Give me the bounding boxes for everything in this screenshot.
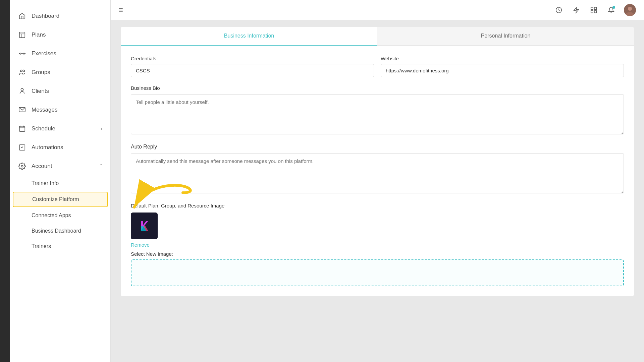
messages-icon	[18, 106, 26, 114]
header-icons	[554, 4, 636, 16]
groups-icon	[18, 68, 26, 76]
submenu-item-trainers[interactable]: Trainers	[10, 239, 110, 254]
sidebar-item-account[interactable]: Account ˅	[10, 157, 110, 176]
sidebar-item-plans-label: Plans	[32, 32, 46, 38]
schedule-icon	[18, 125, 26, 133]
automations-icon	[18, 143, 26, 152]
default-image-section: Default Plan, Group, and Resource Image	[131, 203, 624, 286]
sidebar: Dashboard Plans	[10, 0, 111, 362]
main-content: ≡	[111, 0, 644, 362]
sidebar-item-dashboard-label: Dashboard	[32, 13, 59, 19]
svg-rect-21	[591, 7, 593, 9]
svg-rect-24	[594, 10, 596, 12]
sidebar-item-exercises[interactable]: Exercises	[10, 44, 110, 63]
svg-point-26	[628, 7, 632, 11]
sidebar-item-dashboard[interactable]: Dashboard	[10, 7, 110, 25]
sidebar-item-plans[interactable]: Plans	[10, 25, 110, 44]
sidebar-item-exercises-label: Exercises	[32, 50, 56, 57]
svg-point-19	[21, 165, 23, 167]
plans-icon	[18, 31, 26, 39]
select-new-image-label: Select New Image:	[131, 251, 624, 257]
account-gear-icon	[18, 162, 26, 170]
website-label: Website	[381, 56, 624, 61]
exercises-icon	[18, 50, 26, 58]
sidebar-item-messages[interactable]: Messages	[10, 101, 110, 119]
submenu-item-connected-apps[interactable]: Connected Apps	[10, 208, 110, 223]
history-icon[interactable]	[554, 5, 564, 15]
account-chevron-icon: ˅	[100, 164, 102, 169]
sidebar-strip	[0, 0, 10, 362]
default-image-label: Default Plan, Group, and Resource Image	[131, 203, 624, 208]
home-icon	[18, 12, 26, 20]
notification-dot	[612, 6, 615, 9]
sidebar-item-automations-label: Automations	[32, 144, 63, 151]
credentials-input[interactable]	[131, 64, 374, 77]
auto-reply-label: Auto Reply	[131, 144, 624, 150]
svg-point-10	[20, 70, 22, 72]
notification-icon[interactable]	[606, 5, 616, 15]
auto-reply-textarea[interactable]	[131, 153, 624, 193]
sidebar-item-groups[interactable]: Groups	[10, 63, 110, 82]
remove-link[interactable]: Remove	[131, 242, 624, 248]
tabs: Business Information Personal Informatio…	[121, 27, 634, 46]
app-icon-svg	[134, 216, 154, 236]
image-preview	[131, 213, 158, 239]
submenu-item-customize-platform[interactable]: Customize Platform	[13, 192, 108, 207]
sidebar-item-messages-label: Messages	[32, 107, 57, 113]
sidebar-item-clients[interactable]: Clients	[10, 82, 110, 101]
avatar[interactable]	[624, 4, 636, 16]
tab-personal-information[interactable]: Personal Information	[377, 27, 634, 46]
submenu-item-trainer-info[interactable]: Trainer Info	[10, 176, 110, 191]
svg-point-4	[23, 53, 25, 54]
credentials-group: Credentials	[131, 56, 374, 77]
header-left: ≡	[119, 6, 547, 14]
header: ≡	[111, 0, 644, 20]
website-input[interactable]	[381, 64, 624, 77]
svg-point-3	[20, 53, 21, 54]
svg-rect-0	[19, 32, 25, 38]
auto-reply-section: Auto Reply	[131, 144, 624, 195]
svg-rect-14	[19, 126, 25, 132]
submenu-item-business-dashboard[interactable]: Business Dashboard	[10, 223, 110, 239]
grid-icon[interactable]	[589, 5, 598, 15]
menu-icon[interactable]: ≡	[119, 6, 123, 14]
svg-rect-23	[591, 10, 593, 12]
sidebar-item-account-label: Account	[32, 163, 52, 170]
svg-rect-22	[594, 7, 596, 9]
content-area: Business Information Personal Informatio…	[111, 20, 644, 362]
credentials-website-row: Credentials Website	[131, 56, 624, 77]
bio-section: Business Bio	[131, 85, 624, 136]
schedule-chevron-icon: ›	[101, 126, 102, 131]
sidebar-item-schedule[interactable]: Schedule ›	[10, 119, 110, 138]
credentials-label: Credentials	[131, 56, 374, 61]
lightning-icon[interactable]	[572, 5, 581, 15]
sidebar-item-automations[interactable]: Automations	[10, 138, 110, 157]
form-area: Credentials Website Business Bio Auto Re…	[121, 46, 634, 296]
sidebar-item-clients-label: Clients	[32, 88, 49, 95]
bio-textarea[interactable]	[131, 94, 624, 134]
website-group: Website	[381, 56, 624, 77]
svg-point-12	[21, 88, 23, 91]
svg-point-11	[23, 70, 25, 72]
tab-business-information[interactable]: Business Information	[121, 27, 377, 46]
clients-icon	[18, 87, 26, 95]
image-drop-zone[interactable]	[131, 259, 624, 286]
bio-label: Business Bio	[131, 85, 624, 91]
sidebar-item-schedule-label: Schedule	[32, 125, 55, 132]
sidebar-item-groups-label: Groups	[32, 69, 50, 76]
